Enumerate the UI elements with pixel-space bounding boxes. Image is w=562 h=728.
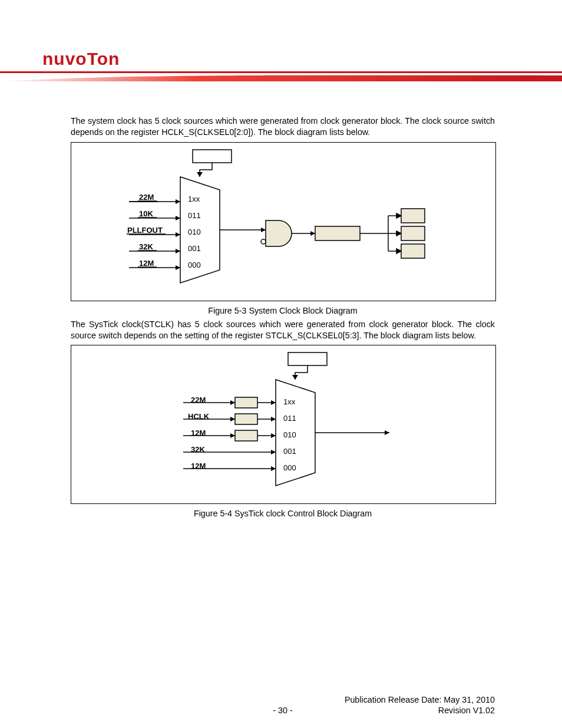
svg-rect-0 xyxy=(0,71,562,73)
systick-clock-diagram: 1xx 011 010 001 000 22M HCLK 12M 32K 12M xyxy=(71,345,495,503)
mux2-sel-2: 010 xyxy=(283,430,296,439)
mux2-sel-3: 001 xyxy=(283,447,296,456)
svg-marker-66 xyxy=(271,466,276,471)
mux1-sel-2: 010 xyxy=(188,228,201,236)
svg-marker-17 xyxy=(176,232,180,237)
mux2-sel-4: 000 xyxy=(283,463,296,472)
svg-marker-64 xyxy=(271,433,276,438)
system-clock-diagram: 1xx 011 010 001 000 22M 10K PLLFOUT 32K … xyxy=(71,143,495,301)
mux2-sel-1: 011 xyxy=(283,414,296,423)
svg-marker-15 xyxy=(176,199,180,204)
svg-marker-2 xyxy=(197,172,203,177)
svg-rect-49 xyxy=(235,414,257,424)
svg-marker-62 xyxy=(271,417,276,421)
figure-5-3-caption: Figure 5-3 System Clock Block Diagram xyxy=(71,306,495,315)
svg-marker-46 xyxy=(292,375,298,380)
footer-pubdate: Publication Release Date: May 31, 2010 xyxy=(345,695,495,704)
content-area: The system clock has 5 clock sources whi… xyxy=(71,116,495,522)
svg-rect-42 xyxy=(401,209,425,223)
brand-logo: nuvoTon xyxy=(42,50,196,71)
svg-rect-48 xyxy=(235,397,257,408)
svg-marker-68 xyxy=(385,430,389,435)
svg-rect-43 xyxy=(401,226,425,241)
mux2-sel-0: 1xx xyxy=(283,397,296,406)
svg-marker-21 xyxy=(261,228,266,232)
svg-marker-63 xyxy=(230,433,235,438)
svg-rect-44 xyxy=(401,244,425,258)
svg-marker-39 xyxy=(396,231,401,236)
footer-page-number: - 30 - xyxy=(71,706,495,715)
mux1-sel-4: 000 xyxy=(188,261,201,269)
svg-marker-37 xyxy=(396,213,401,218)
svg-rect-50 xyxy=(235,430,257,441)
mux1-in-2: PLLFOUT xyxy=(127,226,163,235)
svg-marker-59 xyxy=(230,400,235,405)
paragraph-2: The SysTick clock(STCLK) has 5 clock sou… xyxy=(71,319,495,342)
mux1-sel-0: 1xx xyxy=(188,195,200,203)
footer-revision: Revision V1.02 xyxy=(438,706,495,715)
svg-rect-45 xyxy=(288,353,327,365)
svg-marker-19 xyxy=(176,265,180,270)
paragraph-1: The system clock has 5 clock sources whi… xyxy=(71,116,495,139)
mux1-in-3: 32K xyxy=(139,242,153,251)
header-divider xyxy=(0,71,562,80)
mux1-in-0: 22M xyxy=(139,193,154,202)
svg-marker-41 xyxy=(396,249,401,253)
svg-marker-65 xyxy=(271,450,276,454)
mux1-in-4: 12M xyxy=(139,259,154,268)
svg-marker-60 xyxy=(271,400,276,405)
figure-5-4-caption: Figure 5-4 SysTick clock Control Block D… xyxy=(71,509,495,518)
mux1-sel-3: 001 xyxy=(188,244,201,253)
svg-marker-32 xyxy=(310,231,315,236)
logo-text: nuvoTon xyxy=(42,50,120,68)
svg-marker-18 xyxy=(176,249,180,253)
mux1-sel-1: 011 xyxy=(188,211,201,220)
figure-5-4-box: 1xx 011 010 001 000 22M HCLK 12M 32K 12M xyxy=(71,345,496,504)
svg-rect-1 xyxy=(193,150,232,163)
page: nuvoTon The system clock has 5 clock sou… xyxy=(0,0,562,728)
svg-marker-61 xyxy=(230,417,235,421)
figure-5-3-box: 1xx 011 010 001 000 22M 10K PLLFOUT 32K … xyxy=(71,142,496,301)
mux1-in-1: 10K xyxy=(139,209,153,218)
svg-marker-16 xyxy=(176,216,180,220)
svg-rect-33 xyxy=(315,226,360,241)
